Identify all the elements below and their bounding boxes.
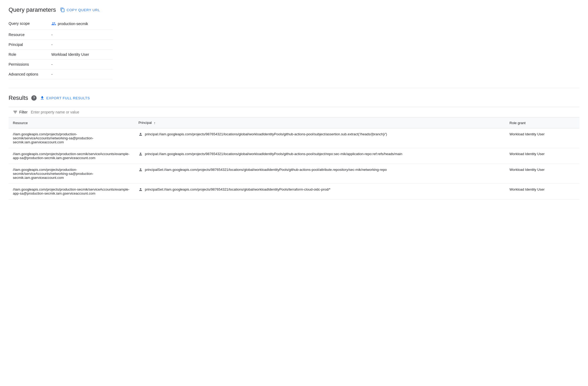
person-icon <box>138 187 143 192</box>
filter-input[interactable] <box>31 110 575 114</box>
scope-icon <box>51 21 56 26</box>
resource-cell: //iam.googleapis.com/projects/production… <box>9 148 134 164</box>
scope-value: production-secmik <box>51 21 88 26</box>
results-section: Results ? EXPORT FULL RESULTS Filter Res… <box>9 94 579 199</box>
filter-label-wrap: Filter <box>13 110 28 115</box>
role-grant-cell: Workload Identity User <box>505 128 579 148</box>
param-key: Role <box>9 50 51 60</box>
resource-cell: //iam.googleapis.com/projects/production… <box>9 184 134 199</box>
copy-query-url-button[interactable]: COPY QUERY URL <box>60 7 100 12</box>
param-key: Permissions <box>9 60 51 69</box>
person-icon <box>138 168 143 172</box>
table-row: //iam.googleapis.com/projects/production… <box>9 184 579 199</box>
section-divider <box>9 88 579 88</box>
param-key: Principal <box>9 40 51 50</box>
filter-icon <box>13 110 18 115</box>
filter-bar: Filter <box>9 107 579 117</box>
table-header-row: Resource Principal ↑ Role grant <box>9 117 579 128</box>
param-value: production-secmik <box>51 19 113 30</box>
params-row: Permissions- <box>9 60 113 69</box>
role-grant-cell: Workload Identity User <box>505 184 579 199</box>
param-value: - <box>51 40 113 50</box>
param-key: Query scope <box>9 19 51 30</box>
param-value: - <box>51 30 113 40</box>
query-params-header: Query parameters COPY QUERY URL <box>9 6 579 13</box>
col-principal[interactable]: Principal ↑ <box>134 117 505 128</box>
param-key: Resource <box>9 30 51 40</box>
params-row: Resource- <box>9 30 113 40</box>
person-icon <box>138 132 143 136</box>
download-icon <box>40 96 45 100</box>
copy-icon <box>60 7 65 12</box>
params-row: Query scopeproduction-secmik <box>9 19 113 30</box>
col-resource: Resource <box>9 117 134 128</box>
export-full-results-button[interactable]: EXPORT FULL RESULTS <box>40 96 90 100</box>
table-row: //iam.googleapis.com/projects/production… <box>9 128 579 148</box>
params-row: RoleWorkload Identity User <box>9 50 113 60</box>
param-value: Workload Identity User <box>51 50 113 60</box>
principal-cell: principalSet://iam.googleapis.com/projec… <box>134 184 505 199</box>
resource-cell: //iam.googleapis.com/projects/production… <box>9 164 134 184</box>
query-params-table: Query scopeproduction-secmikResource-Pri… <box>9 19 113 79</box>
role-grant-cell: Workload Identity User <box>505 164 579 184</box>
resource-cell: //iam.googleapis.com/projects/production… <box>9 128 134 148</box>
query-params-section: Query parameters COPY QUERY URL Query sc… <box>9 6 579 79</box>
help-icon[interactable]: ? <box>31 95 37 101</box>
params-row: Advanced options- <box>9 69 113 79</box>
params-row: Principal- <box>9 40 113 50</box>
table-row: //iam.googleapis.com/projects/production… <box>9 164 579 184</box>
col-role-grant: Role grant <box>505 117 579 128</box>
sort-icon: ↑ <box>154 121 156 125</box>
filter-label: Filter <box>19 110 28 114</box>
param-value: - <box>51 60 113 69</box>
principal-cell: principalSet://iam.googleapis.com/projec… <box>134 164 505 184</box>
results-table: Resource Principal ↑ Role grant //iam.go… <box>9 117 579 199</box>
person-icon <box>138 152 143 156</box>
param-value: - <box>51 69 113 79</box>
principal-cell: principal://iam.googleapis.com/projects/… <box>134 148 505 164</box>
table-row: //iam.googleapis.com/projects/production… <box>9 148 579 164</box>
query-params-title: Query parameters <box>9 6 56 13</box>
param-key: Advanced options <box>9 69 51 79</box>
role-grant-cell: Workload Identity User <box>505 148 579 164</box>
results-header: Results ? EXPORT FULL RESULTS <box>9 94 579 101</box>
results-title: Results <box>9 94 28 101</box>
principal-cell: principal://iam.googleapis.com/projects/… <box>134 128 505 148</box>
